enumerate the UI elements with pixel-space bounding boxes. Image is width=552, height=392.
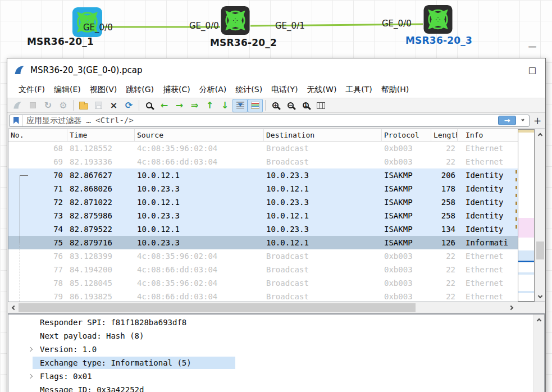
go-forward-icon[interactable]: →: [172, 99, 187, 112]
scroll-up-button[interactable]: [535, 129, 545, 139]
expander-icon[interactable]: [28, 347, 33, 352]
find-packet-icon[interactable]: [142, 99, 157, 112]
scroll-up-button[interactable]: [534, 314, 544, 325]
zoom-out-icon[interactable]: −: [283, 99, 298, 112]
detail-field[interactable]: Flags: 0x01: [8, 370, 544, 383]
restart-capture-icon[interactable]: ↻: [40, 99, 56, 112]
menu-item-go[interactable]: 跳转(G): [121, 83, 158, 97]
column-header-protocol[interactable]: Protocol: [382, 129, 431, 141]
stop-capture-icon[interactable]: [25, 99, 40, 112]
packet-row[interactable]: 7182.86802610.0.23.310.0.12.1ISAKMP178Id…: [8, 182, 518, 195]
scroll-down-button[interactable]: [535, 291, 545, 302]
zoom-in-glyph: +: [272, 102, 279, 108]
router-2-icon[interactable]: [220, 6, 250, 35]
menu-item-edit[interactable]: 编辑(E): [49, 83, 85, 97]
maximize-button[interactable]: □: [519, 58, 545, 82]
auto-scroll-icon[interactable]: [232, 99, 248, 112]
column-header-length[interactable]: Length: [431, 129, 458, 141]
router-3-icon[interactable]: [423, 4, 453, 34]
column-header-no[interactable]: No.: [8, 129, 67, 141]
packet-cell-no: 77: [8, 263, 67, 276]
packet-row[interactable]: 7082.86762710.0.12.110.0.23.3ISAKMP206Id…: [8, 168, 518, 182]
title-bar[interactable]: MSR36-20_3(GE_0-0).pcap —□×: [7, 58, 545, 82]
menu-item-tools[interactable]: 工具(T): [341, 83, 376, 97]
menu-item-help[interactable]: 帮助(H): [377, 83, 413, 97]
scroll-left-button[interactable]: [8, 302, 18, 313]
detail-field[interactable]: Message ID: 0x3a42252d: [8, 383, 544, 392]
chevron-right-icon: [508, 306, 513, 310]
display-filter-input[interactable]: 应用显示过滤器 … <Ctrl-/> →: [9, 115, 530, 127]
packet-row[interactable]: 7582.87971610.0.23.310.0.12.1ISAKMP126In…: [8, 236, 518, 249]
hscrollbar-thumb[interactable]: [19, 303, 416, 312]
column-header-info[interactable]: Info: [458, 129, 518, 141]
detail-field-text: Exchange type: Informational (5): [33, 357, 235, 369]
packet-cell-len: 258: [431, 209, 458, 222]
packet-minimap[interactable]: [518, 129, 535, 302]
packet-row[interactable]: 7784.1942004c:08:66:dd:03:04Broadcast0xb…: [8, 263, 518, 276]
packet-row[interactable]: 7683.1283994c:08:35:96:02:04Broadcast0xb…: [8, 249, 518, 263]
packet-list-hscrollbar[interactable]: [8, 302, 517, 313]
detail-field[interactable]: Next payload: Hash (8): [8, 329, 544, 343]
menu-item-wireless[interactable]: 无线(W): [303, 83, 341, 97]
menu-bar: 文件(F)编辑(E)视图(V)跳转(G)捕获(C)分析(A)统计(S)电话(Y)…: [7, 82, 545, 98]
menu-item-file[interactable]: 文件(F): [14, 83, 49, 97]
menu-item-analyze[interactable]: 分析(A): [195, 83, 231, 97]
scrollbar-thumb[interactable]: [536, 241, 544, 259]
filter-bookmark-button[interactable]: [10, 115, 23, 126]
zoom-sign: −: [288, 102, 293, 108]
go-first-icon[interactable]: ↑: [202, 99, 217, 112]
device-name[interactable]: MSR36-20_2: [210, 37, 277, 48]
zoom-reset-icon[interactable]: 1: [298, 99, 313, 112]
save-file-icon[interactable]: [91, 99, 106, 112]
minimap-segment: [518, 130, 534, 133]
detail-scrollbar[interactable]: [533, 314, 544, 392]
packet-row[interactable]: 7986.1938254c:08:66:dd:03:04Broadcast0xb…: [8, 290, 518, 302]
go-last-icon[interactable]: ↓: [217, 99, 232, 112]
capture-options-icon[interactable]: ⚙: [56, 99, 71, 112]
reload-icon[interactable]: ⟳: [121, 99, 136, 112]
colorize-icon[interactable]: [248, 99, 263, 112]
menu-item-capture[interactable]: 捕获(C): [158, 83, 195, 97]
menu-item-view[interactable]: 视图(V): [85, 83, 122, 97]
packet-row[interactable]: 7482.87952210.0.12.110.0.23.3ISAKMP134Id…: [8, 222, 518, 236]
related-packets-bracket: [20, 175, 20, 243]
detail-field[interactable]: Version: 1.0: [8, 343, 544, 356]
detail-field[interactable]: Exchange type: Informational (5): [8, 356, 544, 370]
device-name[interactable]: MSR36-20_1: [27, 36, 94, 47]
column-header-time[interactable]: Time: [67, 129, 135, 141]
find-packet-glyph: [146, 102, 152, 108]
close-file-icon[interactable]: ×: [106, 99, 121, 112]
menu-item-statistics[interactable]: 统计(S): [231, 83, 267, 97]
packet-row[interactable]: 6982.1933364c:08:66:dd:03:04Broadcast0xb…: [8, 155, 518, 168]
column-header-destination[interactable]: Destination: [264, 129, 382, 141]
detail-field[interactable]: Responder SPI: f81f1828ba693df8: [8, 316, 544, 329]
go-to-packet-icon[interactable]: ⇒: [187, 99, 202, 112]
menu-item-telephony[interactable]: 电话(Y): [267, 83, 302, 97]
packet-cell-len: 126: [431, 236, 458, 249]
packet-list-scrollbar[interactable]: [535, 129, 545, 302]
packet-row[interactable]: 6881.1285524c:08:35:96:02:04Broadcast0xb…: [8, 142, 518, 155]
open-file-icon[interactable]: [76, 99, 91, 112]
packet-row[interactable]: 7382.87598610.0.23.310.0.12.1ISAKMP258Id…: [8, 209, 518, 222]
column-header-source[interactable]: Source: [135, 129, 264, 141]
packet-row[interactable]: 7885.1280454c:08:35:96:02:04Broadcast0xb…: [8, 276, 518, 290]
packet-cell-proto: 0xb003: [382, 249, 431, 263]
filter-dropdown-button[interactable]: [518, 118, 527, 122]
apply-filter-button[interactable]: →: [498, 116, 516, 125]
stop-capture-glyph: [30, 102, 36, 108]
add-filter-button[interactable]: +: [532, 115, 543, 127]
minimize-button[interactable]: —: [519, 35, 545, 58]
resize-columns-icon[interactable]: [313, 99, 329, 112]
colorize-glyph: [251, 102, 259, 109]
zoom-in-icon[interactable]: +: [268, 99, 283, 112]
packet-cell-src: 10.0.12.1: [135, 195, 264, 209]
scroll-right-button[interactable]: [507, 302, 517, 313]
start-capture-icon[interactable]: [10, 99, 25, 112]
expander-icon[interactable]: [28, 374, 33, 379]
wireshark-window: MSR36-20_3(GE_0-0).pcap —□× 文件(F)编辑(E)视图…: [7, 58, 546, 392]
device-name[interactable]: MSR36-20_3: [405, 35, 472, 46]
packet-cell-len: 22: [431, 142, 458, 155]
packet-cell-proto: ISAKMP: [382, 182, 431, 195]
packet-row[interactable]: 7282.87102210.0.12.110.0.23.3ISAKMP258Id…: [8, 195, 518, 209]
go-back-icon[interactable]: ←: [157, 99, 172, 112]
